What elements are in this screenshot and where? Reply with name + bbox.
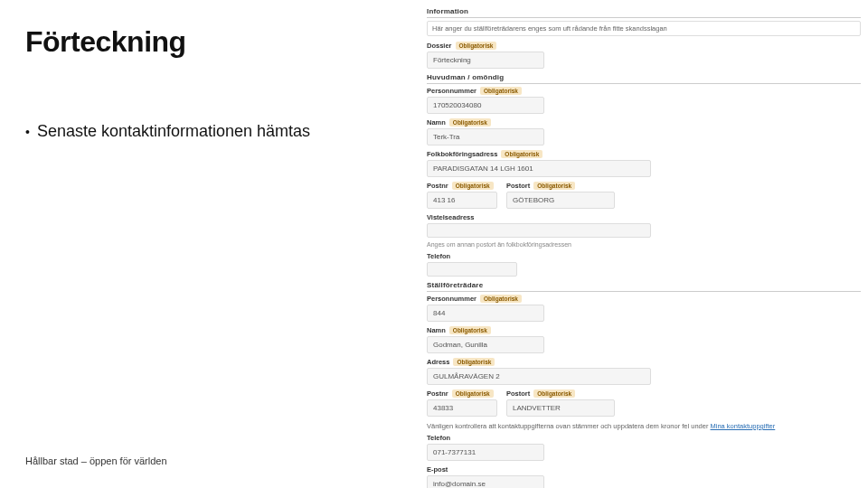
hm-pnr-label: Personnummer — [427, 87, 476, 95]
st-postort-input[interactable]: LANDVETTER — [506, 399, 615, 417]
required-tag: Obligatorisk — [456, 42, 497, 50]
required-tag: Obligatorisk — [449, 118, 491, 127]
st-addr-input[interactable]: GULMÅRAVÄGEN 2 — [427, 368, 651, 385]
hm-name-label: Namn — [427, 118, 446, 127]
hm-pnr-input[interactable]: 170520034080 — [427, 97, 544, 114]
st-name-label: Namn — [427, 326, 446, 334]
required-tag: Obligatorisk — [449, 326, 491, 334]
hm-tel-label: Telefon — [427, 252, 450, 260]
divider — [427, 291, 861, 292]
bullet-text: Senaste kontaktinformationen hämtas — [37, 122, 310, 141]
hm-vist-label: Vistelseadress — [427, 213, 474, 221]
hm-addr-input[interactable]: PARADISGATAN 14 LGH 1601 — [427, 160, 651, 177]
st-postnr-label: Postnr — [427, 389, 448, 398]
hm-postort-input[interactable]: GÖTEBORG — [506, 192, 615, 209]
divider — [427, 83, 861, 84]
slide-footer: Hållbar stad – öppen för världen — [25, 455, 167, 466]
st-email-input[interactable]: info@domain.se — [427, 475, 544, 488]
hm-tel-input[interactable] — [427, 262, 517, 277]
st-pnr-input[interactable]: 844 — [427, 305, 544, 322]
dossier-input[interactable]: Förteckning — [427, 52, 544, 69]
hm-name-input[interactable]: Terk-Tra — [427, 128, 544, 145]
hm-postort-label: Postort — [506, 182, 530, 190]
hm-vist-input[interactable] — [427, 223, 651, 238]
hm-addr-label: Folkbokföringsadress — [427, 150, 497, 158]
required-tag: Obligatorisk — [452, 389, 494, 398]
required-tag: Obligatorisk — [480, 295, 522, 303]
st-email-label: E-post — [427, 465, 448, 474]
st-name-input[interactable]: Godman, Gunilla — [427, 336, 544, 353]
st-postort-label: Postort — [506, 389, 530, 398]
bullet-item: • Senaste kontaktinformationen hämtas — [25, 122, 405, 142]
required-tag: Obligatorisk — [480, 87, 522, 95]
hm-postnr-label: Postnr — [427, 182, 448, 190]
form-panel: Information Här anger du ställföreträdar… — [420, 0, 868, 488]
contact-link[interactable]: Mina kontaktuppgifter — [711, 422, 776, 430]
dossier-label: Dossier — [427, 42, 452, 50]
hm-vist-hint: Anges om annan postort än folkbokförings… — [427, 241, 651, 248]
required-tag: Obligatorisk — [452, 182, 494, 190]
page-title: Förteckning — [25, 25, 405, 59]
info-hint: Här anger du ställföreträdarens enges so… — [427, 21, 861, 36]
divider — [427, 17, 861, 18]
section-information-header: Information — [427, 7, 861, 15]
st-addr-label: Adress — [427, 358, 449, 366]
section-stallforetradare-header: Ställföreträdare — [427, 281, 861, 289]
required-tag: Obligatorisk — [501, 150, 542, 158]
hm-postnr-input[interactable]: 413 16 — [427, 192, 497, 209]
bullet-dot: • — [25, 122, 30, 142]
section-huvudman-header: Huvudman / omöndig — [427, 73, 861, 81]
st-tel-input[interactable]: 071-7377131 — [427, 444, 544, 461]
required-tag: Obligatorisk — [453, 358, 495, 366]
required-tag: Obligatorisk — [533, 389, 575, 398]
required-tag: Obligatorisk — [533, 182, 575, 190]
st-tel-label: Telefon — [427, 434, 450, 442]
contact-note: Vänligen kontrollera att kontaktuppgifte… — [427, 422, 861, 430]
st-postnr-input[interactable]: 43833 — [427, 399, 497, 417]
st-pnr-label: Personnummer — [427, 295, 476, 303]
